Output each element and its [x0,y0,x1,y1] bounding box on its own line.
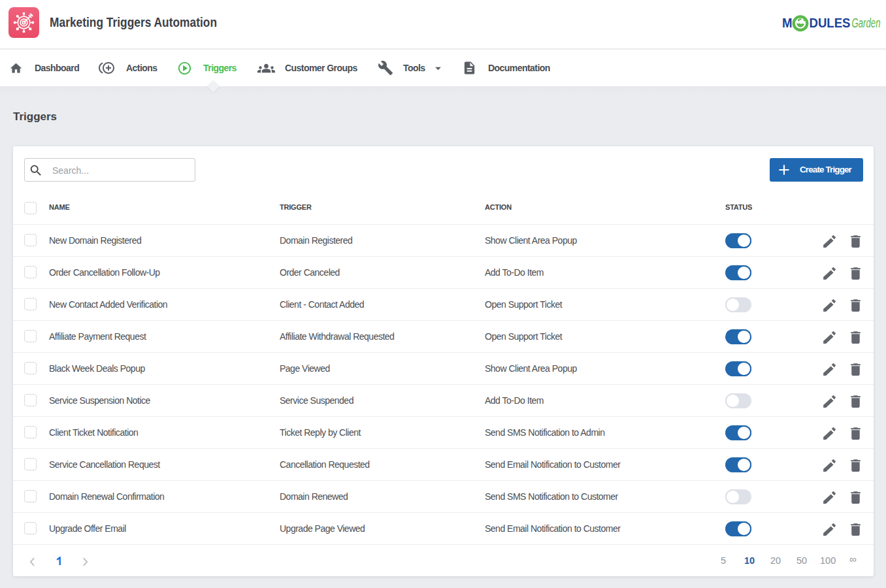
svg-text:Garden: Garden [852,16,881,30]
svg-text:M: M [782,16,793,30]
svg-text:DULES: DULES [810,16,851,30]
